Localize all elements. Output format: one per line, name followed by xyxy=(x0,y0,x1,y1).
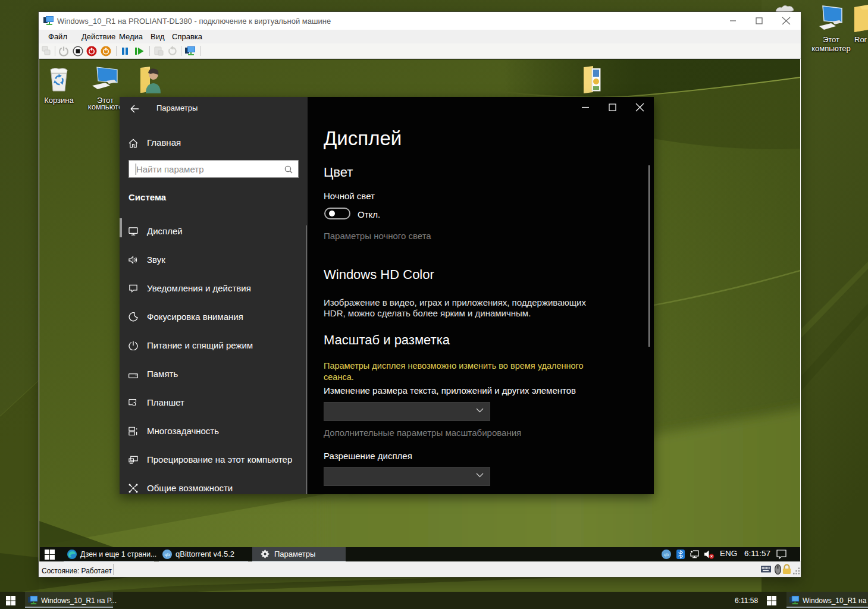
svg-text:qb: qb xyxy=(165,552,170,557)
svg-text:qb: qb xyxy=(664,552,669,557)
